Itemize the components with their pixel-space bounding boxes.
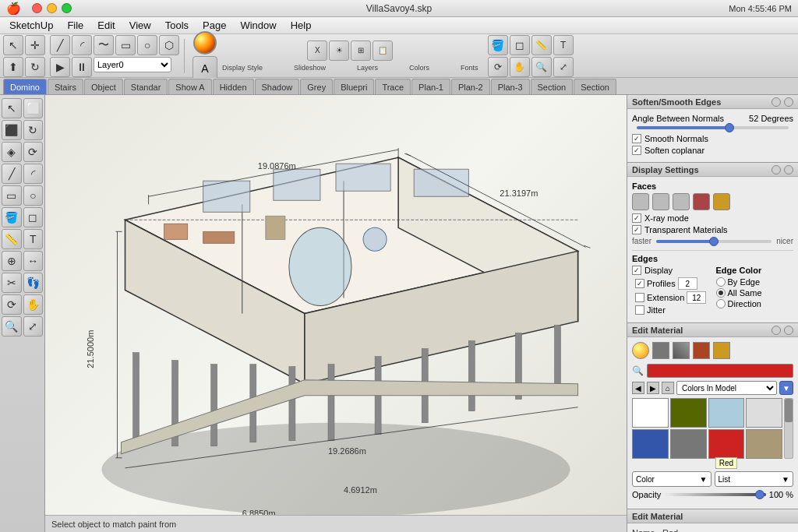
xray-mode-btn[interactable]: X [307,41,327,61]
direction-radio[interactable] [716,299,726,308]
mat-metal-icon[interactable] [673,342,690,359]
orbit-btn[interactable]: ⟳ [488,57,508,77]
tab-domino[interactable]: Domino [3,79,47,94]
edit-mat-top-controls[interactable] [772,326,793,335]
profiles-value[interactable] [678,277,697,290]
soften-coplanar-checkbox[interactable] [632,146,641,155]
display-row[interactable]: Display [632,266,710,275]
list-dropdown[interactable]: List▼ [715,471,794,487]
apple-menu[interactable]: 🍎 [6,2,21,16]
tab-section2[interactable]: Section [574,79,616,94]
tool-rect[interactable]: ▭ [115,35,136,55]
tool-pushpull[interactable]: ⬛ [2,120,22,140]
face-icon-4[interactable] [693,193,710,210]
opacity-thumb[interactable] [755,490,764,499]
pan-btn[interactable]: ✋ [510,57,530,77]
display-panel-close[interactable] [784,165,793,174]
tab-plan2[interactable]: Plan-2 [451,79,490,94]
tool-polygon[interactable]: ⬡ [159,35,179,55]
extension-value[interactable] [687,291,706,304]
display-panel-minimize[interactable] [772,165,781,174]
tool-select[interactable]: ↖ [3,35,23,55]
window-controls[interactable]: 🍎 [6,2,72,16]
menu-help[interactable]: Help [284,18,318,33]
swatch-gray[interactable] [670,429,707,459]
angle-slider-track[interactable] [637,126,789,129]
color-swatch[interactable] [193,31,217,55]
profiles-checkbox[interactable] [635,279,644,288]
tool-select2[interactable]: ↖ [2,98,22,118]
colors-model-dropdown[interactable]: Colors In Model [676,381,777,395]
tool-section[interactable]: ✂ [2,273,22,293]
tape-btn[interactable]: 📏 [531,35,552,55]
tool-pause[interactable]: ⏸ [72,57,92,77]
face-icon-1[interactable] [632,193,649,210]
tool-zoomext2[interactable]: ⤢ [23,316,44,336]
tool-offset[interactable]: ◈ [2,142,22,162]
section-cuts-btn[interactable]: ⊞ [351,41,371,61]
tool-orbit2[interactable]: ⟳ [2,294,22,315]
menu-edit[interactable]: Edit [91,18,121,33]
menu-sketchup[interactable]: SketchUp [3,18,59,33]
swatches-scrollbar[interactable] [784,398,793,459]
tool-pan2[interactable]: ✋ [23,294,44,315]
face-icon-2[interactable] [652,193,669,210]
swatch-white[interactable] [632,398,669,428]
tool-rotate2[interactable]: ↻ [23,120,44,140]
face-icon-5[interactable] [713,193,730,210]
edit-mat-close[interactable] [784,326,793,335]
swatch-olive[interactable] [670,398,707,428]
tool-rect2[interactable]: ▭ [2,185,22,206]
xray-row[interactable]: X-ray mode [632,213,793,223]
tool-walk[interactable]: 👣 [23,273,44,293]
xray-checkbox[interactable] [632,213,641,223]
tool-follow[interactable]: ⟳ [23,142,44,162]
quality-slider-thumb[interactable] [709,237,719,246]
tool-line2[interactable]: ╱ [2,164,22,184]
tab-section1[interactable]: Section [531,79,574,94]
paint-btn[interactable]: 🪣 [488,35,508,55]
soften-panel-close[interactable] [784,97,793,107]
tab-grey[interactable]: Grey [300,79,333,94]
tab-plan3[interactable]: Plan-3 [491,79,530,94]
tool-component[interactable]: ⬜ [23,98,44,118]
font-icon[interactable]: A [192,56,217,81]
swatch-blue[interactable] [632,429,669,459]
nav-back-btn[interactable]: ◀ [632,382,644,394]
tab-stairs[interactable]: Stairs [48,79,83,94]
tool-circle[interactable]: ○ [137,35,157,55]
color-search-bar[interactable] [647,364,793,378]
tool-tape2[interactable]: 📏 [2,229,22,249]
mat-red-icon[interactable] [693,342,710,359]
shadows-btn[interactable]: ☀ [329,41,349,61]
section-display-btn[interactable]: 📋 [373,41,393,61]
angle-slider-thumb[interactable] [725,123,734,132]
tool-circle2[interactable]: ○ [23,185,44,206]
tab-plan1[interactable]: Plan-1 [411,79,450,94]
tool-move[interactable]: ✛ [25,35,45,55]
zoom-btn[interactable]: 🔍 [531,57,552,77]
tool-push[interactable]: ⬆ [3,57,23,77]
tab-showa[interactable]: Show A [168,79,211,94]
soften-coplanar-row[interactable]: Soften coplanar [632,146,793,155]
close-button[interactable] [32,3,42,13]
tool-text2[interactable]: T [23,229,44,249]
menu-view[interactable]: View [123,18,157,33]
swatch-light-gray[interactable] [746,398,782,428]
menu-file[interactable]: File [61,18,90,33]
tool-arc[interactable]: ◜ [72,35,92,55]
colors-dropdown-btn[interactable]: ▼ [779,381,793,395]
jitter-checkbox[interactable] [635,305,644,315]
display-checkbox[interactable] [632,266,641,275]
by-edge-radio[interactable] [716,277,726,287]
tab-object[interactable]: Object [84,79,123,94]
eraser-btn[interactable]: ◻ [510,35,530,55]
all-same-radio[interactable] [716,288,726,298]
tool-freehand[interactable]: 〜 [94,35,114,55]
maximize-button[interactable] [62,3,72,13]
face-icon-3[interactable] [673,193,690,210]
transparent-checkbox[interactable] [632,225,641,234]
tab-hidden[interactable]: Hidden [213,79,254,94]
layer-selector[interactable]: Layer0 [94,57,171,72]
edit-mat-minimize[interactable] [772,326,781,335]
